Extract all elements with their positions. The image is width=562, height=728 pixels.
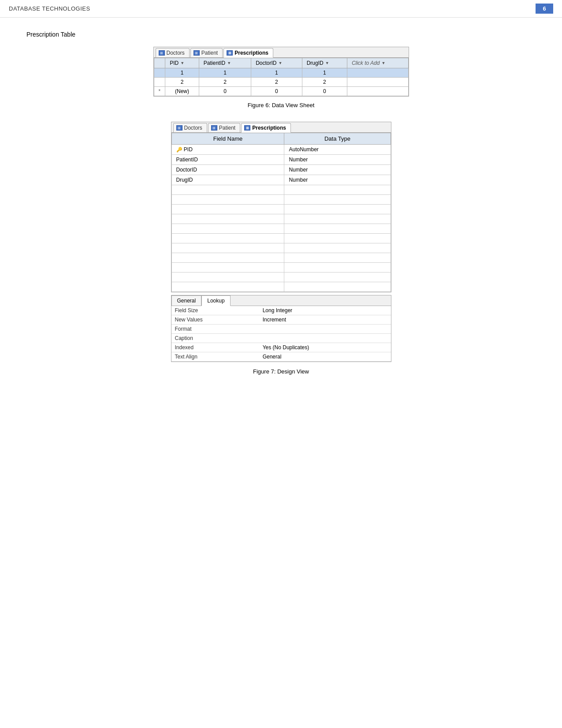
prop-row-caption: Caption bbox=[171, 334, 391, 343]
design-row-empty bbox=[171, 282, 391, 292]
col-doctorid: DoctorID ▼ bbox=[251, 58, 302, 68]
cell-patientid-2[interactable]: 2 bbox=[199, 78, 251, 87]
cell-drugid-1[interactable]: 1 bbox=[302, 68, 347, 78]
prop-value-format[interactable] bbox=[259, 325, 391, 334]
design-row-empty bbox=[171, 253, 391, 263]
design-cell-drugid-type[interactable]: Number bbox=[284, 175, 391, 185]
design-row-drugid: DrugID Number bbox=[171, 175, 391, 185]
tab-prescriptions[interactable]: ⊞ Prescriptions bbox=[223, 48, 273, 58]
design-row-empty bbox=[171, 224, 391, 234]
properties-tab-bar: General Lookup bbox=[171, 295, 391, 306]
row-indicator-2 bbox=[154, 78, 165, 87]
cell-doctorid-2[interactable]: 2 bbox=[251, 78, 302, 87]
patientid-dropdown-icon[interactable]: ▼ bbox=[227, 61, 231, 65]
tab-doctors[interactable]: ⊞ Doctors bbox=[156, 48, 190, 57]
design-cell-doctorid-name[interactable]: DoctorID bbox=[171, 165, 284, 175]
cell-cta-1[interactable] bbox=[347, 68, 408, 78]
prop-row-indexed: Indexed Yes (No Duplicates) bbox=[171, 343, 391, 352]
row-indicator-new: * bbox=[154, 87, 165, 96]
tab-patient-design-label: Patient bbox=[219, 125, 235, 131]
design-row-empty bbox=[171, 263, 391, 273]
design-row-pid: 🔑 PID AutoNumber bbox=[171, 145, 391, 155]
cell-drugid-2[interactable]: 2 bbox=[302, 78, 347, 87]
col-pid: PID ▼ bbox=[165, 58, 199, 68]
cell-pid-new[interactable]: (New) bbox=[165, 87, 199, 96]
properties-table: Field Size Long Integer New Values Incre… bbox=[171, 306, 391, 362]
clicktoadd-dropdown-icon[interactable]: ▼ bbox=[381, 61, 385, 65]
prop-label-fieldsize: Field Size bbox=[171, 306, 259, 315]
key-icon: 🔑 bbox=[176, 147, 182, 153]
cell-doctorid-1[interactable]: 1 bbox=[251, 68, 302, 78]
prop-tab-general[interactable]: General bbox=[171, 295, 202, 306]
doctors-design-tab-icon: ⊞ bbox=[176, 125, 182, 131]
design-row-empty bbox=[171, 234, 391, 243]
cell-cta-new[interactable] bbox=[347, 87, 408, 96]
tab-doctors-design[interactable]: ⊞ Doctors bbox=[173, 123, 207, 132]
tab-prescriptions-design[interactable]: ⊞ Prescriptions bbox=[241, 123, 291, 133]
tab-bar-figure6: ⊞ Doctors ⊞ Patient ⊞ Prescriptions bbox=[154, 47, 409, 58]
patient-tab-icon: ⊞ bbox=[194, 50, 200, 56]
prop-label-indexed: Indexed bbox=[171, 343, 259, 352]
design-cell-patientid-type[interactable]: Number bbox=[284, 155, 391, 165]
prop-value-caption[interactable] bbox=[259, 334, 391, 343]
tab-patient-design[interactable]: ⊞ Patient bbox=[208, 123, 240, 132]
figure6-container: ⊞ Doctors ⊞ Patient ⊞ Prescriptions bbox=[26, 47, 536, 108]
data-view-table: PID ▼ PatientID ▼ Doctor bbox=[154, 58, 409, 96]
figure6-caption: Figure 6: Data View Sheet bbox=[248, 102, 315, 108]
section-title: Prescription Table bbox=[26, 31, 536, 38]
col-patientid: PatientID ▼ bbox=[199, 58, 251, 68]
design-col-datatype: Data Type bbox=[284, 133, 391, 145]
cell-doctorid-new[interactable]: 0 bbox=[251, 87, 302, 96]
prop-row-format: Format bbox=[171, 325, 391, 334]
prop-label-textalign: Text Align bbox=[171, 352, 259, 362]
design-cell-drugid-name[interactable]: DrugID bbox=[171, 175, 284, 185]
tab-prescriptions-label: Prescriptions bbox=[234, 50, 268, 56]
col-drugid: DrugID ▼ bbox=[302, 58, 347, 68]
cell-pid-2[interactable]: 2 bbox=[165, 78, 199, 87]
page-number: 6 bbox=[536, 4, 553, 14]
prop-tab-lookup[interactable]: Lookup bbox=[201, 295, 230, 306]
cell-drugid-new[interactable]: 0 bbox=[302, 87, 347, 96]
prop-value-indexed[interactable]: Yes (No Duplicates) bbox=[259, 343, 391, 352]
prop-row-fieldsize: Field Size Long Integer bbox=[171, 306, 391, 315]
cell-pid-1[interactable]: 1 bbox=[165, 68, 199, 78]
design-row-empty bbox=[171, 205, 391, 214]
prescriptions-design-tab-icon: ⊞ bbox=[244, 125, 250, 131]
design-cell-pid-name[interactable]: 🔑 PID bbox=[171, 145, 284, 155]
doctors-tab-icon: ⊞ bbox=[159, 50, 165, 56]
design-row-empty bbox=[171, 273, 391, 282]
tab-patient-label: Patient bbox=[201, 50, 218, 56]
doctorid-dropdown-icon[interactable]: ▼ bbox=[279, 61, 283, 65]
properties-panel: General Lookup Field Size Long Integer N… bbox=[171, 295, 391, 362]
cell-cta-2[interactable] bbox=[347, 78, 408, 87]
design-row-empty bbox=[171, 214, 391, 224]
design-cell-patientid-name[interactable]: PatientID bbox=[171, 155, 284, 165]
design-col-fieldname: Field Name bbox=[171, 133, 284, 145]
design-row-empty bbox=[171, 243, 391, 253]
prop-label-format: Format bbox=[171, 325, 259, 334]
tab-patient[interactable]: ⊞ Patient bbox=[190, 48, 223, 57]
tab-doctors-design-label: Doctors bbox=[184, 125, 202, 131]
prescriptions-tab-icon: ⊞ bbox=[227, 50, 233, 56]
prop-value-textalign[interactable]: General bbox=[259, 352, 391, 362]
prop-value-fieldsize[interactable]: Long Integer bbox=[259, 306, 391, 315]
prop-value-newvalues[interactable]: Increment bbox=[259, 315, 391, 325]
col-click-to-add[interactable]: Click to Add ▼ bbox=[347, 58, 408, 68]
header: DATABASE TECHNOLOGIES 6 bbox=[0, 0, 562, 18]
design-row-empty bbox=[171, 195, 391, 205]
prop-row-newvalues: New Values Increment bbox=[171, 315, 391, 325]
prop-label-caption: Caption bbox=[171, 334, 259, 343]
table-row: 2 2 2 2 bbox=[154, 78, 408, 87]
figure7-container: ⊞ Doctors ⊞ Patient ⊞ Prescriptions bbox=[26, 122, 536, 375]
design-cell-doctorid-type[interactable]: Number bbox=[284, 165, 391, 175]
tab-doctors-label: Doctors bbox=[167, 50, 185, 56]
drugid-dropdown-icon[interactable]: ▼ bbox=[325, 61, 329, 65]
cell-patientid-1[interactable]: 1 bbox=[199, 68, 251, 78]
prop-row-textalign: Text Align General bbox=[171, 352, 391, 362]
main-content: Prescription Table ⊞ Doctors ⊞ Patient ⊞… bbox=[0, 18, 562, 401]
cell-patientid-new[interactable]: 0 bbox=[199, 87, 251, 96]
design-cell-pid-type[interactable]: AutoNumber bbox=[284, 145, 391, 155]
pid-dropdown-icon[interactable]: ▼ bbox=[180, 61, 184, 65]
design-row-empty bbox=[171, 185, 391, 195]
table-row: 1 1 1 1 bbox=[154, 68, 408, 78]
